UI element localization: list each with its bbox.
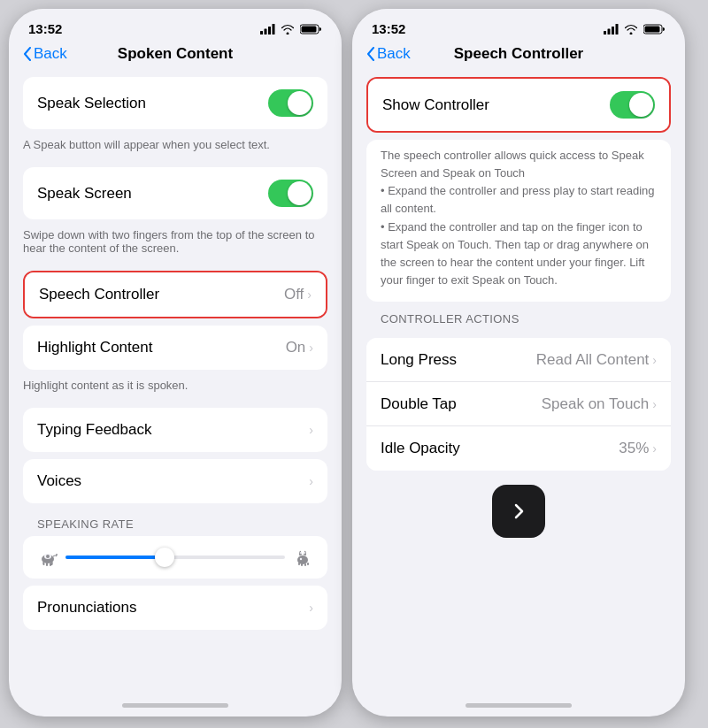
speak-screen-toggle[interactable] — [268, 180, 313, 207]
wifi-icon-2 — [624, 24, 638, 34]
highlight-content-label: Highlight Content — [37, 339, 286, 356]
speak-selection-subtext: A Speak button will appear when you sele… — [9, 136, 342, 160]
speak-screen-subtext: Swipe down with two fingers from the top… — [9, 226, 342, 264]
slow-speed-icon — [37, 548, 58, 566]
voices-label: Voices — [37, 472, 309, 490]
chevron-icon-typing: › — [309, 423, 313, 437]
show-controller-section: Show Controller — [366, 77, 671, 133]
toggle-knob-2 — [288, 181, 312, 205]
chevron-icon-opacity: › — [652, 441, 657, 456]
toggle-knob-3 — [629, 93, 653, 117]
svg-point-13 — [56, 554, 58, 556]
highlight-content-value: On › — [286, 339, 313, 356]
speaking-rate-section — [23, 536, 327, 579]
double-tap-value: Speak on Touch › — [542, 395, 657, 413]
speaking-rate-header: SPEAKING RATE — [9, 510, 342, 536]
double-tap-row[interactable]: Double Tap Speak on Touch › — [366, 382, 671, 426]
highlight-content-section: Highlight Content On › — [23, 326, 327, 370]
back-button-2[interactable]: Back — [366, 45, 411, 63]
svg-rect-24 — [612, 27, 614, 34]
speak-screen-row[interactable]: Speak Screen — [23, 167, 327, 219]
battery-icon-2 — [643, 24, 666, 34]
phones-container: 13:52 — [0, 0, 708, 725]
svg-rect-25 — [616, 24, 619, 34]
nav-bar-2: Back Speech Controller — [352, 42, 685, 70]
slider-row[interactable] — [23, 536, 327, 579]
show-controller-row[interactable]: Show Controller — [368, 79, 669, 131]
back-chevron-icon-2 — [366, 47, 375, 61]
idle-opacity-value: 35% › — [619, 440, 657, 457]
chevron-icon-pronunciations: › — [309, 601, 313, 615]
speech-controller-label: Speech Controller — [39, 286, 284, 303]
toggle-knob — [288, 91, 312, 115]
signal-icon — [260, 24, 275, 34]
svg-rect-23 — [608, 28, 611, 34]
highlight-content-row[interactable]: Highlight Content On › — [23, 326, 327, 370]
content-2: Show Controller The speech controller al… — [352, 70, 685, 696]
nav-bar-1: Back Spoken Content — [9, 42, 342, 70]
svg-rect-10 — [46, 563, 48, 566]
typing-feedback-row[interactable]: Typing Feedback › — [23, 408, 327, 452]
description-text: The speech controller allows quick acces… — [381, 149, 655, 287]
speech-controller-row[interactable]: Speech Controller Off › — [25, 272, 326, 317]
slider-track[interactable] — [65, 556, 285, 559]
typing-feedback-label: Typing Feedback — [37, 421, 309, 439]
description-block: The speech controller allows quick acces… — [366, 140, 671, 302]
chevron-icon-voices: › — [309, 474, 313, 488]
controller-button[interactable] — [492, 485, 545, 538]
chevron-icon-longpress: › — [652, 353, 657, 367]
svg-rect-5 — [302, 26, 317, 32]
show-controller-toggle[interactable] — [610, 91, 655, 119]
status-icons-1 — [260, 24, 322, 34]
controller-actions-header: CONTROLLER ACTIONS — [352, 305, 685, 331]
chevron-icon-speech: › — [307, 287, 312, 302]
svg-rect-27 — [645, 26, 660, 32]
pronunciations-section: Pronunciations › — [23, 586, 327, 630]
svg-rect-0 — [260, 31, 263, 34]
long-press-label: Long Press — [381, 351, 536, 369]
controller-actions-section: Long Press Read All Content › Double Tap… — [366, 338, 671, 471]
home-indicator-1 — [122, 703, 228, 708]
phone-spoken-content: 13:52 — [9, 9, 342, 717]
speak-selection-toggle[interactable] — [268, 89, 313, 117]
chevron-icon-doubletap: › — [652, 397, 657, 411]
signal-icon-2 — [604, 24, 619, 34]
wifi-icon — [281, 24, 295, 34]
slider-thumb[interactable] — [155, 548, 174, 567]
status-bar-1: 13:52 — [9, 9, 342, 42]
highlight-content-subtext: Highlight content as it is spoken. — [9, 377, 342, 401]
controller-chevron-icon — [508, 501, 529, 522]
slider-fill — [65, 556, 165, 559]
status-bar-2: 13:52 — [352, 9, 685, 42]
chevron-icon-highlight: › — [309, 341, 313, 355]
svg-rect-3 — [273, 24, 275, 34]
speech-controller-section: Speech Controller Off › — [23, 271, 327, 318]
content-1: Speak Selection A Speak button will appe… — [9, 70, 342, 696]
pronunciations-right: › — [309, 601, 313, 615]
svg-rect-1 — [265, 28, 267, 34]
home-indicator-2 — [466, 703, 572, 708]
idle-opacity-row[interactable]: Idle Opacity 35% › — [366, 426, 671, 471]
speak-selection-section: Speak Selection — [23, 77, 327, 129]
speak-selection-label: Speak Selection — [37, 95, 268, 112]
svg-rect-21 — [307, 563, 309, 565]
svg-point-16 — [304, 552, 305, 554]
typing-feedback-section: Typing Feedback › — [23, 408, 327, 452]
page-title-1: Spoken Content — [118, 45, 233, 63]
phone-speech-controller: 13:52 — [352, 9, 685, 717]
speak-screen-label: Speak Screen — [37, 185, 268, 203]
svg-rect-18 — [298, 563, 300, 565]
long-press-row[interactable]: Long Press Read All Content › — [366, 338, 671, 382]
svg-point-15 — [300, 552, 302, 554]
speech-controller-value: Off › — [284, 286, 312, 303]
voices-section: Voices › — [23, 459, 327, 503]
svg-rect-22 — [604, 31, 606, 34]
status-icons-2 — [604, 24, 666, 34]
svg-rect-20 — [304, 563, 306, 566]
pronunciations-row[interactable]: Pronunciations › — [23, 586, 327, 630]
voices-row[interactable]: Voices › — [23, 459, 327, 503]
speak-selection-row[interactable]: Speak Selection — [23, 77, 327, 129]
back-button-1[interactable]: Back — [23, 45, 67, 63]
svg-point-17 — [300, 558, 302, 560]
page-title-2: Speech Controller — [454, 45, 583, 63]
